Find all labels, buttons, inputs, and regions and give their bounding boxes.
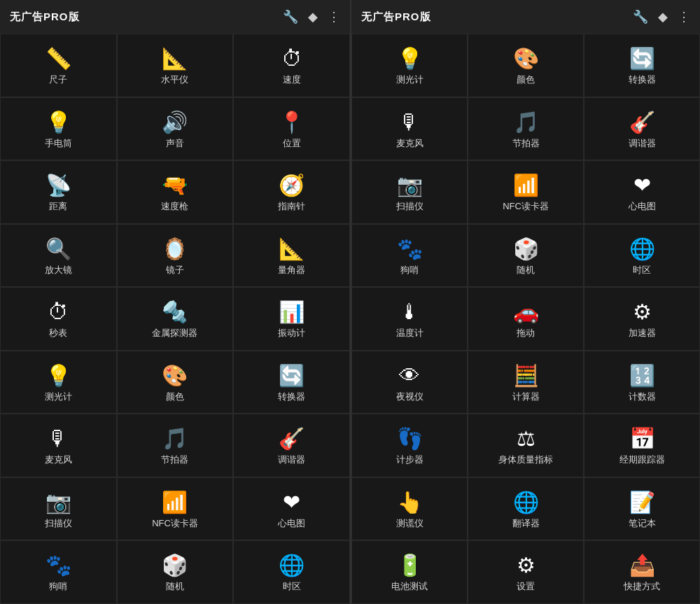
- grid-cell[interactable]: 👁夜视仪: [351, 351, 468, 414]
- cell-icon: 📶: [513, 174, 539, 197]
- grid-cell[interactable]: 💡手电筒: [0, 97, 117, 161]
- grid-cell[interactable]: 👣计步器: [351, 414, 468, 477]
- grid-cell[interactable]: 🐾狗哨: [351, 224, 468, 288]
- cell-icon: 🌡: [399, 300, 420, 323]
- cell-label: 手电筒: [45, 138, 72, 149]
- cell-icon: 🪞: [162, 237, 188, 260]
- grid-cell[interactable]: 📡距离: [0, 160, 117, 224]
- cell-label: 测光计: [396, 74, 424, 85]
- left-wrench-icon[interactable]: 🔧: [283, 9, 298, 24]
- cell-label: 随机: [517, 265, 535, 276]
- grid-cell[interactable]: 🎲随机: [117, 540, 234, 604]
- grid-cell[interactable]: 🌐翻译器: [468, 477, 584, 541]
- cell-label: 速度: [283, 74, 301, 85]
- cell-label: 调谐器: [629, 138, 656, 149]
- grid-cell[interactable]: 🔫速度枪: [117, 160, 234, 224]
- cell-icon: ❤: [283, 491, 300, 514]
- grid-cell[interactable]: 📷扫描仪: [0, 477, 117, 541]
- grid-cell[interactable]: ⏱速度: [233, 34, 350, 97]
- grid-cell[interactable]: 🔩金属探测器: [117, 287, 234, 351]
- grid-cell[interactable]: 🧭指南针: [233, 160, 350, 224]
- cell-icon: 🔍: [46, 237, 71, 260]
- grid-cell[interactable]: 💡测光计: [0, 351, 117, 414]
- grid-cell[interactable]: 💡测光计: [351, 34, 468, 97]
- grid-cell[interactable]: ⚙设置: [468, 540, 584, 604]
- grid-cell[interactable]: 🌐时区: [233, 540, 350, 604]
- cell-icon: 🎸: [279, 427, 304, 450]
- cell-icon: ⚖: [517, 427, 536, 450]
- grid-cell[interactable]: 👆测谎仪: [351, 477, 468, 541]
- cell-label: 电池测试: [391, 581, 428, 592]
- cell-label: 位置: [283, 138, 301, 149]
- cell-icon: 📝: [629, 491, 655, 514]
- grid-cell[interactable]: 🎙麦克风: [351, 97, 468, 161]
- grid-cell[interactable]: 🎨颜色: [468, 34, 584, 97]
- cell-label: 身体质量指标: [498, 454, 553, 465]
- right-diamond-icon[interactable]: ◆: [658, 9, 668, 24]
- grid-cell[interactable]: ⚖身体质量指标: [468, 414, 584, 477]
- cell-label: 经期跟踪器: [620, 454, 665, 465]
- grid-cell[interactable]: 🎸调谐器: [584, 97, 700, 161]
- grid-cell[interactable]: 🔄转换器: [233, 351, 350, 414]
- grid-cell[interactable]: 🎲随机: [468, 224, 584, 288]
- cell-label: 加速器: [629, 328, 656, 339]
- cell-icon: ⏱: [281, 47, 302, 70]
- cell-label: 放大镜: [45, 265, 72, 276]
- grid-cell[interactable]: ❤心电图: [584, 160, 700, 224]
- cell-label: 扫描仪: [45, 518, 72, 529]
- cell-icon: 📐: [279, 237, 304, 260]
- cell-icon: 💡: [397, 47, 423, 70]
- grid-cell[interactable]: 🚗拖动: [468, 287, 584, 351]
- grid-cell[interactable]: ⚙加速器: [584, 287, 700, 351]
- grid-cell[interactable]: 📏尺子: [0, 34, 117, 97]
- right-grid: 💡测光计🎨颜色🔄转换器🎙麦克风🎵节拍器🎸调谐器📷扫描仪📶NFC读卡器❤心电图🐾狗…: [351, 34, 700, 604]
- left-diamond-icon[interactable]: ◆: [308, 9, 318, 24]
- grid-cell[interactable]: 🎵节拍器: [117, 414, 234, 477]
- grid-cell[interactable]: 📷扫描仪: [351, 160, 468, 224]
- grid-cell[interactable]: ❤心电图: [233, 477, 350, 541]
- grid-cell[interactable]: 📅经期跟踪器: [584, 414, 700, 477]
- cell-label: 快捷方式: [624, 581, 660, 592]
- grid-cell[interactable]: 📍位置: [233, 97, 350, 161]
- grid-cell[interactable]: 🎸调谐器: [233, 414, 350, 477]
- grid-cell[interactable]: 🪞镜子: [117, 224, 234, 288]
- cell-icon: 🔩: [162, 300, 188, 323]
- grid-cell[interactable]: 📤快捷方式: [584, 540, 700, 604]
- grid-cell[interactable]: 🔢计数器: [584, 351, 700, 414]
- grid-cell[interactable]: 🔍放大镜: [0, 224, 117, 288]
- grid-cell[interactable]: 📐量角器: [233, 224, 350, 288]
- right-wrench-icon[interactable]: 🔧: [633, 9, 648, 24]
- cell-label: 距离: [49, 201, 67, 212]
- cell-icon: ⚙: [517, 554, 536, 577]
- grid-cell[interactable]: 📶NFC读卡器: [468, 160, 584, 224]
- grid-cell[interactable]: 🐾狗哨: [0, 540, 117, 604]
- grid-cell[interactable]: 🧮计算器: [468, 351, 584, 414]
- cell-label: 振动计: [278, 328, 305, 339]
- grid-cell[interactable]: 🎙麦克风: [0, 414, 117, 477]
- cell-icon: ⚙: [633, 300, 652, 323]
- grid-cell[interactable]: 📐水平仪: [117, 34, 234, 97]
- grid-cell[interactable]: 🌐时区: [584, 224, 700, 288]
- left-more-icon[interactable]: ⋮: [328, 9, 340, 24]
- cell-icon: 📷: [397, 174, 423, 197]
- grid-cell[interactable]: 🔊声音: [117, 97, 234, 161]
- grid-cell[interactable]: 🎨颜色: [117, 351, 234, 414]
- cell-icon: 📏: [46, 47, 71, 70]
- cell-icon: 👆: [397, 491, 423, 514]
- cell-label: 测谎仪: [396, 518, 424, 529]
- grid-cell[interactable]: 🔄转换器: [584, 34, 700, 97]
- cell-label: 温度计: [396, 328, 424, 339]
- grid-cell[interactable]: 🎵节拍器: [468, 97, 584, 161]
- cell-label: 笔记本: [629, 518, 656, 529]
- grid-cell[interactable]: 📶NFC读卡器: [117, 477, 234, 541]
- grid-cell[interactable]: 🌡温度计: [351, 287, 468, 351]
- right-more-icon[interactable]: ⋮: [678, 9, 690, 24]
- grid-cell[interactable]: 📝笔记本: [584, 477, 700, 541]
- grid-cell[interactable]: ⏱秒表: [0, 287, 117, 351]
- left-panel: 无广告PRO版 🔧 ◆ ⋮ 📏尺子📐水平仪⏱速度💡手电筒🔊声音📍位置📡距离🔫速度…: [0, 0, 350, 604]
- grid-cell[interactable]: 🔋电池测试: [351, 540, 468, 604]
- left-app-title: 无广告PRO版: [10, 10, 80, 24]
- cell-label: 翻译器: [512, 518, 540, 529]
- grid-cell[interactable]: 📊振动计: [233, 287, 350, 351]
- cell-icon: 🎸: [629, 111, 655, 134]
